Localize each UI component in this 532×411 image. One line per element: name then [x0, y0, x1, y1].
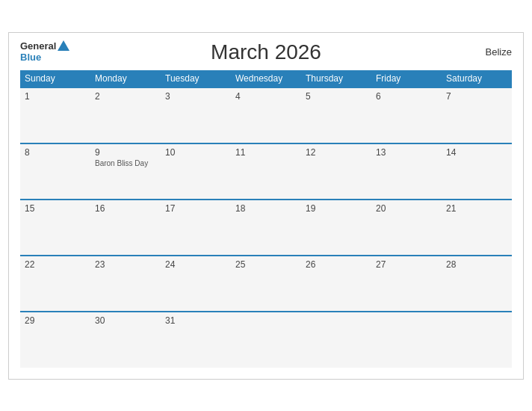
logo-blue-text: Blue: [20, 52, 41, 64]
day-number: 28: [446, 259, 507, 270]
calendar-day-cell: 6: [371, 87, 442, 143]
calendar-day-cell: 22: [20, 256, 90, 312]
calendar-body: 123456789Baron Bliss Day1011121314151617…: [20, 87, 512, 368]
calendar-day-cell: 8: [20, 143, 90, 200]
calendar-day-cell: [371, 312, 442, 368]
day-number: 12: [306, 147, 367, 158]
calendar-day-cell: 28: [442, 256, 512, 312]
calendar-week-row: 1234567: [20, 87, 512, 143]
day-number: 11: [235, 147, 297, 158]
day-number: 4: [235, 91, 297, 102]
day-number: 16: [95, 203, 156, 214]
day-number: 29: [25, 315, 86, 326]
calendar-day-cell: 20: [371, 200, 442, 256]
calendar-day-cell: 16: [90, 200, 161, 256]
calendar-day-cell: 7: [442, 87, 512, 143]
calendar-header: General Blue March 2026 Belize: [20, 40, 512, 64]
calendar-day-cell: 27: [371, 256, 442, 312]
weekday-friday: Friday: [371, 70, 442, 87]
weekday-wednesday: Wednesday: [231, 70, 301, 87]
calendar-week-row: 293031: [20, 312, 512, 368]
day-number: 17: [165, 203, 226, 214]
day-number: 21: [446, 203, 507, 214]
calendar-week-row: 22232425262728: [20, 256, 512, 312]
calendar-day-cell: 17: [161, 200, 231, 256]
day-number: 26: [306, 259, 367, 270]
weekday-tuesday: Tuesday: [161, 70, 231, 87]
calendar-week-row: 89Baron Bliss Day1011121314: [20, 143, 512, 200]
calendar-day-cell: 1: [20, 87, 90, 143]
day-number: 30: [95, 315, 156, 326]
calendar-day-cell: 2: [90, 87, 161, 143]
calendar-day-cell: 15: [20, 200, 90, 256]
calendar-day-cell: 21: [442, 200, 512, 256]
calendar-day-cell: 14: [442, 143, 512, 200]
day-number: 1: [25, 91, 86, 102]
weekday-monday: Monday: [90, 70, 161, 87]
logo: General Blue: [20, 40, 69, 64]
calendar-header-row: Sunday Monday Tuesday Wednesday Thursday…: [20, 70, 512, 87]
weekday-saturday: Saturday: [442, 70, 512, 87]
day-number: 6: [376, 91, 437, 102]
day-number: 13: [376, 147, 437, 158]
calendar-day-cell: [231, 312, 301, 368]
calendar-day-cell: [442, 312, 512, 368]
calendar-day-cell: 29: [20, 312, 90, 368]
day-number: 22: [25, 259, 86, 270]
logo-general-text: General: [20, 40, 56, 52]
calendar-day-cell: 11: [231, 143, 301, 200]
calendar-day-cell: [301, 312, 371, 368]
calendar-day-cell: 24: [161, 256, 231, 312]
day-number: 23: [95, 259, 156, 270]
day-number: 27: [376, 259, 437, 270]
day-number: 24: [165, 259, 226, 270]
weekday-sunday: Sunday: [20, 70, 90, 87]
calendar-day-cell: 9Baron Bliss Day: [90, 143, 161, 200]
calendar-day-cell: 26: [301, 256, 371, 312]
calendar-day-cell: 30: [90, 312, 161, 368]
day-number: 19: [306, 203, 367, 214]
calendar-day-cell: 12: [301, 143, 371, 200]
calendar-day-cell: 10: [161, 143, 231, 200]
weekday-thursday: Thursday: [301, 70, 371, 87]
day-number: 8: [25, 147, 86, 158]
day-number: 2: [95, 91, 156, 102]
day-number: 15: [25, 203, 86, 214]
calendar-day-cell: 23: [90, 256, 161, 312]
calendar-day-cell: 18: [231, 200, 301, 256]
calendar-grid: Sunday Monday Tuesday Wednesday Thursday…: [20, 70, 512, 368]
calendar-day-cell: 3: [161, 87, 231, 143]
day-number: 20: [376, 203, 437, 214]
day-number: 25: [235, 259, 297, 270]
calendar-container: General Blue March 2026 Belize Sunday Mo…: [8, 32, 524, 380]
calendar-day-cell: 19: [301, 200, 371, 256]
calendar-day-cell: 25: [231, 256, 301, 312]
day-number: 3: [165, 91, 226, 102]
calendar-day-cell: 13: [371, 143, 442, 200]
day-number: 10: [165, 147, 226, 158]
country-label: Belize: [486, 46, 512, 58]
calendar-day-cell: 4: [231, 87, 301, 143]
day-number: 14: [446, 147, 507, 158]
calendar-day-cell: 31: [161, 312, 231, 368]
day-number: 5: [306, 91, 367, 102]
day-number: 31: [165, 315, 226, 326]
calendar-title: March 2026: [211, 40, 321, 64]
calendar-week-row: 15161718192021: [20, 200, 512, 256]
calendar-day-cell: 5: [301, 87, 371, 143]
event-label: Baron Bliss Day: [95, 159, 156, 167]
day-number: 7: [446, 91, 507, 102]
logo-triangle-icon: [58, 40, 69, 51]
day-number: 18: [235, 203, 297, 214]
day-number: 9: [95, 147, 156, 158]
